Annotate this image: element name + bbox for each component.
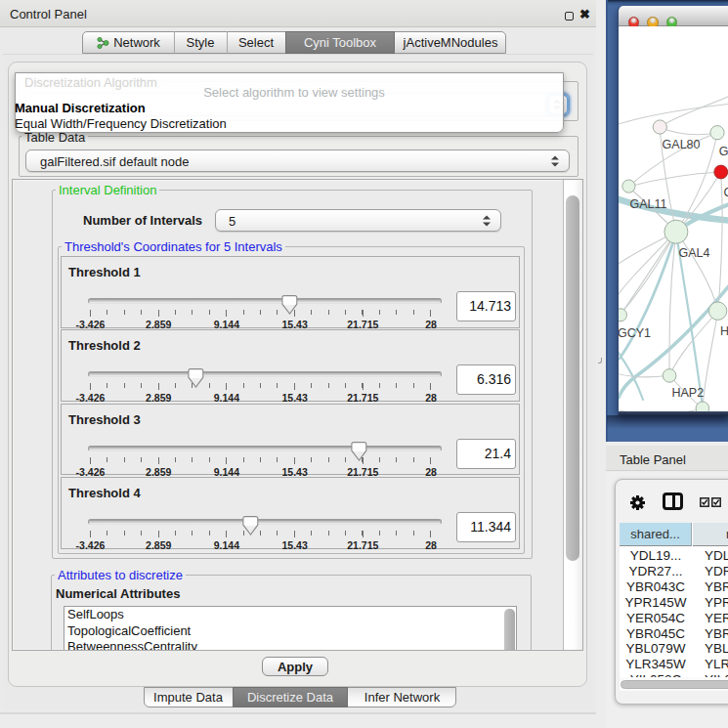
svg-text:HAP2: HAP2 <box>672 386 705 400</box>
svg-text:CY: CY <box>723 186 728 199</box>
svg-text:GAL7: GAL7 <box>719 145 728 158</box>
svg-text:GCY1: GCY1 <box>619 326 651 340</box>
svg-text:HIS: HIS <box>720 324 728 338</box>
svg-text:GAL80: GAL80 <box>663 138 701 151</box>
svg-text:GAL4: GAL4 <box>679 246 710 260</box>
svg-text:GAL11: GAL11 <box>630 197 667 211</box>
